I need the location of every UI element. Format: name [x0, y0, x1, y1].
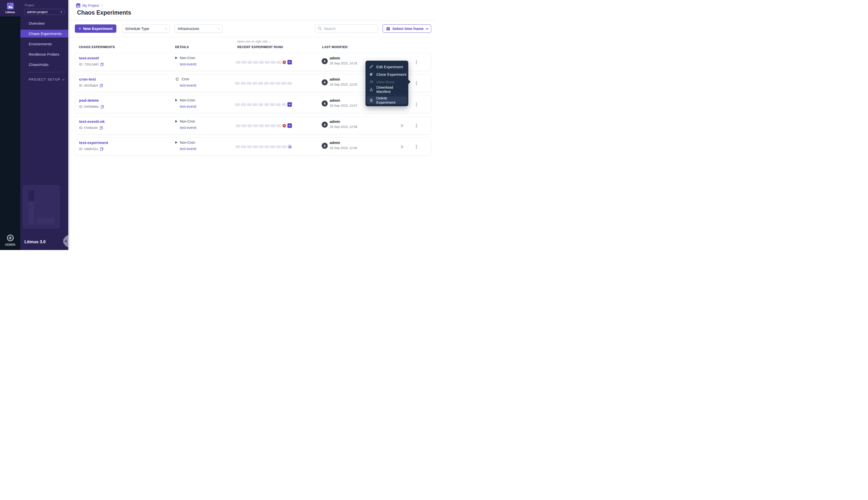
run-empty[interactable]: [252, 82, 257, 85]
run-empty[interactable]: [271, 124, 275, 127]
search-input[interactable]: [315, 24, 378, 33]
run-empty[interactable]: [264, 146, 269, 148]
run-empty[interactable]: [270, 82, 274, 85]
experiment-name-link[interactable]: cron-test: [79, 77, 96, 81]
run-empty[interactable]: [282, 103, 286, 106]
run-empty[interactable]: [247, 146, 252, 148]
run-empty[interactable]: [236, 124, 240, 127]
run-running[interactable]: [288, 123, 292, 128]
avatar: A: [322, 101, 328, 106]
row-menu-button[interactable]: [414, 122, 419, 129]
run-empty[interactable]: [264, 103, 269, 106]
run-empty[interactable]: [236, 146, 240, 148]
run-empty[interactable]: [241, 124, 246, 127]
menu-item-edit-experiment[interactable]: Edit Experiment: [365, 63, 408, 70]
target-link[interactable]: test-eventt: [180, 147, 196, 151]
menu-item-download-manifest[interactable]: Download Manifest: [365, 86, 408, 93]
row-menu-button[interactable]: [414, 143, 419, 150]
sidebar-item-resilience-probes[interactable]: Resilience Probes: [20, 50, 68, 58]
row-menu-button[interactable]: [414, 59, 419, 66]
run-empty[interactable]: [258, 103, 263, 106]
run-empty[interactable]: [247, 103, 252, 106]
target-link[interactable]: test-eventt: [180, 62, 196, 66]
toolbar: + New Experiment Schedule Type Infrastru…: [75, 24, 431, 33]
run-empty[interactable]: [247, 61, 252, 64]
run-empty[interactable]: [276, 103, 281, 106]
run-paused[interactable]: [288, 145, 292, 149]
non-cron-icon: [175, 57, 177, 59]
menu-item-clone-experiment[interactable]: Clone Experiment: [365, 70, 408, 78]
run-empty[interactable]: [287, 82, 292, 85]
copy-icon[interactable]: [100, 126, 103, 130]
run-running[interactable]: [288, 102, 292, 107]
non-cron-icon: [175, 99, 177, 101]
run-empty[interactable]: [247, 124, 252, 127]
run-empty[interactable]: [265, 61, 270, 64]
run-empty[interactable]: [241, 103, 246, 106]
sidebar-item-environments[interactable]: Environments: [20, 40, 68, 48]
copy-icon[interactable]: [100, 63, 104, 66]
run-empty[interactable]: [235, 82, 240, 85]
run-empty[interactable]: [270, 103, 275, 106]
run-empty[interactable]: [241, 146, 246, 148]
run-empty[interactable]: [253, 146, 258, 148]
run-empty[interactable]: [247, 82, 251, 85]
target-link[interactable]: test-eventt: [180, 104, 196, 109]
run-experiment-button[interactable]: [401, 124, 404, 128]
experiment-name-link[interactable]: test-experiment: [79, 140, 108, 145]
breadcrumb-link[interactable]: My Project: [82, 3, 99, 8]
project-setup-toggle[interactable]: PROJECT SETUP: [20, 78, 68, 81]
table-row[interactable]: test-eventt-ok ID: f7e9dc44 Non-Cron tes…: [75, 116, 431, 134]
experiment-name-link[interactable]: test-eventt: [79, 56, 99, 60]
copy-icon[interactable]: [100, 147, 103, 151]
run-empty[interactable]: [271, 61, 275, 64]
run-experiment-button[interactable]: [401, 145, 404, 149]
user-avatar[interactable]: A: [7, 235, 14, 241]
experiment-name-link[interactable]: test-eventt-ok: [79, 120, 105, 124]
table-row[interactable]: test-experiment ID: c4b8c51c Non-Cron te…: [75, 137, 431, 156]
run-empty[interactable]: [258, 82, 263, 85]
run-empty[interactable]: [253, 61, 258, 64]
run-empty[interactable]: [241, 61, 246, 64]
project-selector[interactable]: admin-project: [24, 9, 65, 15]
row-menu-button[interactable]: [414, 101, 419, 108]
run-empty[interactable]: [235, 103, 240, 106]
user-block[interactable]: A ADMIN: [0, 235, 20, 247]
run-empty[interactable]: [276, 124, 281, 127]
run-empty[interactable]: [265, 124, 270, 127]
run-empty[interactable]: [241, 82, 246, 85]
run-empty[interactable]: [264, 82, 269, 85]
run-empty[interactable]: [236, 61, 240, 64]
run-failed[interactable]: [282, 60, 286, 65]
run-empty[interactable]: [282, 146, 287, 148]
run-empty[interactable]: [253, 103, 257, 106]
new-experiment-button[interactable]: + New Experiment: [75, 24, 116, 33]
copy-icon[interactable]: [100, 84, 103, 87]
target-link[interactable]: test-eventt: [180, 126, 196, 130]
run-empty[interactable]: [259, 146, 263, 148]
brand-block[interactable]: Litmus: [0, 0, 20, 16]
run-empty[interactable]: [270, 146, 275, 148]
copy-icon[interactable]: [101, 105, 104, 109]
infrastructure-select[interactable]: Infrastructure: [174, 24, 223, 33]
menu-item-view-runs[interactable]: View Runs: [365, 78, 408, 86]
sidebar-collapse-handle[interactable]: [63, 235, 68, 248]
run-empty[interactable]: [281, 82, 286, 85]
run-running[interactable]: [288, 60, 292, 65]
schedule-type-select[interactable]: Schedule Type: [122, 24, 170, 33]
target-link[interactable]: test-eventt: [180, 83, 196, 87]
run-empty[interactable]: [275, 82, 280, 85]
run-failed[interactable]: [282, 124, 286, 128]
run-empty[interactable]: [259, 61, 264, 64]
run-empty[interactable]: [276, 146, 281, 148]
select-time-frame-button[interactable]: Select time frame: [383, 24, 431, 33]
run-empty[interactable]: [276, 61, 281, 64]
sidebar-item-chaos-experiments[interactable]: Chaos Experiments: [20, 30, 68, 37]
sidebar-item-overview[interactable]: Overview: [20, 19, 68, 27]
menu-item-delete-experiment[interactable]: Delete Experiment: [367, 96, 407, 104]
row-menu-button[interactable]: [414, 80, 419, 87]
sidebar-item-chaoshubs[interactable]: ChaosHubs: [20, 61, 68, 68]
experiment-name-link[interactable]: pod-delete: [79, 98, 99, 102]
run-empty[interactable]: [253, 124, 258, 127]
run-empty[interactable]: [259, 124, 264, 127]
